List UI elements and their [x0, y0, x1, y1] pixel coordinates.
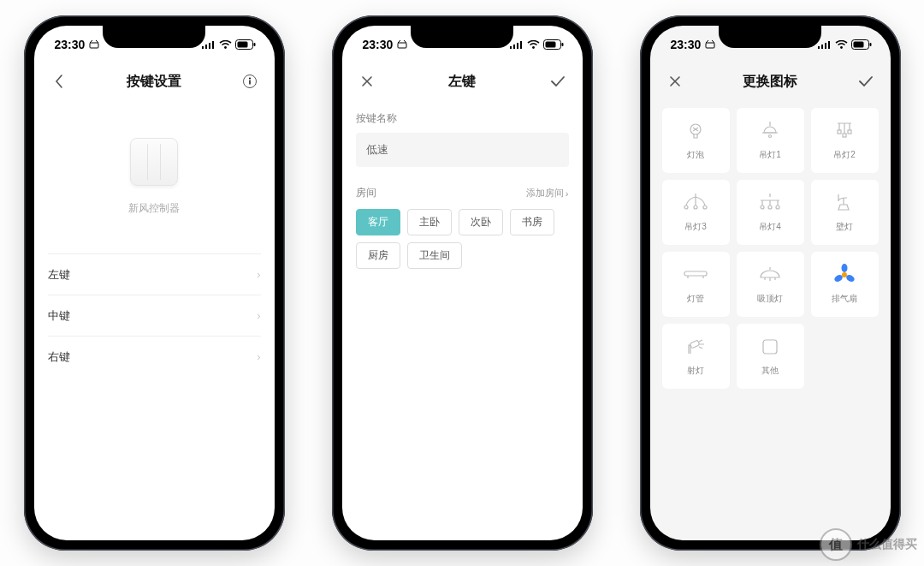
close-button[interactable] — [664, 70, 686, 92]
key-row-2[interactable]: 右键› — [48, 336, 261, 377]
svg-rect-34 — [848, 130, 851, 134]
svg-point-38 — [761, 206, 764, 209]
icon-option-other[interactable]: 其他 — [737, 324, 804, 389]
room-pill-list: 客厅主卧次卧书房厨房卫生间 — [356, 209, 569, 269]
alarm-icon — [704, 39, 716, 50]
icon-option-tube[interactable]: 灯管 — [662, 252, 730, 317]
device-name: 新风控制器 — [128, 201, 180, 216]
phone-frame-1: 23:30 按键设置 — [24, 15, 285, 551]
svg-rect-29 — [869, 43, 871, 46]
svg-rect-4 — [212, 41, 214, 49]
icon-option-wall[interactable]: 壁灯 — [811, 180, 879, 245]
icon-label: 吸顶灯 — [757, 293, 783, 305]
add-room-button[interactable]: 添加房间 › — [526, 187, 569, 200]
icon-option-pendant2[interactable]: 吊灯2 — [811, 108, 879, 173]
phone-frame-3: 23:30 更换图标 灯泡吊灯1吊灯2吊灯3吊灯4壁灯灯管吸顶灯排气扇射灯其他 — [640, 15, 901, 551]
svg-rect-21 — [706, 43, 714, 48]
room-pill[interactable]: 卫生间 — [407, 242, 462, 269]
page-title: 更换图标 — [686, 73, 855, 91]
svg-rect-28 — [853, 42, 863, 48]
pendant2-icon — [832, 120, 856, 142]
icon-label: 吊灯4 — [759, 221, 781, 233]
notch — [103, 26, 205, 48]
icon-label: 吊灯3 — [684, 221, 707, 233]
icon-label: 灯泡 — [687, 149, 704, 161]
close-button[interactable] — [356, 70, 378, 92]
watermark-icon: 值 — [820, 528, 852, 561]
icon-option-pendant1[interactable]: 吊灯1 — [737, 108, 804, 173]
icon-option-ceiling[interactable]: 吸顶灯 — [737, 252, 804, 317]
icon-label: 射灯 — [687, 365, 704, 377]
key-row-label: 中键 — [48, 308, 70, 324]
icon-option-spot[interactable]: 射灯 — [662, 324, 730, 389]
svg-rect-2 — [205, 45, 207, 49]
icon-option-pendant4[interactable]: 吊灯4 — [737, 180, 804, 245]
alarm-icon — [396, 39, 408, 50]
svg-rect-25 — [828, 41, 830, 49]
svg-point-36 — [694, 206, 697, 209]
wifi-icon — [219, 40, 232, 50]
notch — [411, 26, 513, 48]
icon-label: 吊灯1 — [759, 149, 781, 161]
battery-icon — [235, 39, 256, 50]
room-pill[interactable]: 主卧 — [407, 209, 452, 235]
icon-label: 灯管 — [687, 293, 704, 305]
svg-rect-16 — [520, 41, 522, 49]
wifi-icon — [527, 40, 540, 50]
key-row-1[interactable]: 中键› — [48, 295, 261, 336]
svg-rect-20 — [561, 43, 563, 46]
chevron-right-icon: › — [257, 309, 260, 322]
key-name-input[interactable] — [356, 133, 569, 167]
svg-rect-19 — [545, 42, 555, 48]
bulb-icon — [686, 120, 705, 142]
svg-rect-13 — [510, 46, 512, 49]
battery-icon — [851, 39, 872, 50]
switch-device-image — [130, 138, 178, 186]
svg-point-26 — [840, 46, 843, 49]
icon-option-pendant3[interactable]: 吊灯3 — [662, 180, 730, 245]
confirm-button[interactable] — [855, 70, 877, 92]
svg-rect-23 — [821, 45, 823, 49]
svg-point-5 — [224, 46, 227, 49]
svg-rect-22 — [818, 46, 820, 49]
svg-rect-3 — [209, 43, 210, 49]
status-time: 23:30 — [55, 38, 86, 51]
icon-label: 排气扇 — [832, 293, 857, 305]
room-pill[interactable]: 客厅 — [356, 209, 400, 235]
wall-icon — [835, 192, 854, 214]
spot-icon — [685, 336, 706, 358]
phone-frame-2: 23:30 左键 按键名称 房间 — [332, 15, 593, 551]
svg-point-17 — [532, 46, 535, 49]
svg-rect-7 — [237, 42, 247, 48]
key-row-0[interactable]: 左键› — [48, 253, 261, 295]
svg-rect-41 — [684, 271, 707, 276]
info-button[interactable] — [239, 70, 261, 92]
confirm-button[interactable] — [547, 70, 569, 92]
icon-label: 其他 — [761, 365, 779, 377]
svg-point-10 — [249, 78, 251, 80]
svg-point-35 — [684, 206, 688, 209]
room-pill[interactable]: 次卧 — [459, 209, 503, 235]
svg-rect-47 — [763, 340, 777, 354]
svg-rect-14 — [513, 45, 515, 49]
pendant4-icon — [757, 192, 783, 214]
signal-icon — [510, 40, 524, 49]
room-pill[interactable]: 厨房 — [356, 242, 400, 269]
svg-point-39 — [768, 206, 772, 209]
back-button[interactable] — [48, 70, 70, 92]
page-title: 左键 — [378, 73, 547, 91]
nav-bar: 按键设置 — [34, 63, 275, 99]
fan-icon — [833, 264, 856, 286]
ceiling-icon — [758, 264, 782, 286]
icon-option-fan[interactable]: 排气扇 — [811, 252, 879, 317]
svg-rect-8 — [253, 43, 255, 46]
pendant1-icon — [759, 120, 781, 142]
svg-rect-12 — [398, 43, 406, 48]
room-label: 房间 — [356, 186, 376, 200]
watermark-text: 什么值得买 — [857, 537, 917, 552]
svg-rect-32 — [838, 130, 841, 134]
room-pill[interactable]: 书房 — [510, 209, 554, 235]
other-icon — [761, 336, 779, 358]
svg-rect-33 — [843, 134, 846, 137]
icon-option-bulb[interactable]: 灯泡 — [662, 108, 730, 173]
